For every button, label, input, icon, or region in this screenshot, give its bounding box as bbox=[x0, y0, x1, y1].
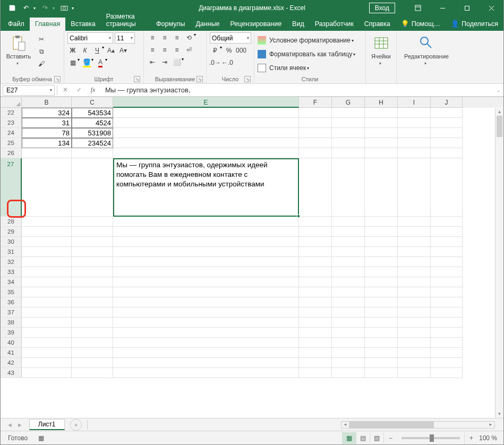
cell[interactable] bbox=[113, 247, 299, 257]
row-header[interactable]: 27 bbox=[1, 158, 22, 217]
font-size-combo[interactable]: 11▾ bbox=[115, 32, 135, 44]
row-header[interactable]: 32 bbox=[1, 257, 22, 267]
cell[interactable] bbox=[431, 227, 463, 237]
ribbon-options-icon[interactable] bbox=[406, 0, 430, 16]
formula-input[interactable] bbox=[101, 86, 494, 94]
cell[interactable] bbox=[398, 217, 431, 227]
tab-review[interactable]: Рецензирование bbox=[225, 18, 287, 31]
cell[interactable] bbox=[398, 328, 431, 338]
column-header[interactable]: F bbox=[299, 97, 332, 108]
cell[interactable] bbox=[431, 287, 463, 297]
add-sheet-button[interactable]: ＋ bbox=[70, 419, 82, 431]
cell[interactable] bbox=[332, 368, 365, 378]
zoom-value[interactable]: 100 % bbox=[478, 434, 503, 442]
row-header[interactable]: 34 bbox=[1, 277, 22, 287]
cell[interactable] bbox=[113, 267, 299, 277]
cell[interactable] bbox=[113, 257, 299, 267]
cell[interactable] bbox=[22, 247, 72, 257]
cell[interactable] bbox=[431, 138, 463, 148]
cell[interactable] bbox=[431, 237, 463, 247]
cell[interactable] bbox=[72, 148, 113, 158]
cell[interactable] bbox=[299, 297, 332, 307]
cell[interactable] bbox=[72, 287, 113, 297]
number-launcher-icon[interactable]: ↘ bbox=[244, 76, 251, 82]
cell[interactable] bbox=[22, 338, 72, 348]
macro-recorder-icon[interactable]: ▦ bbox=[38, 434, 44, 442]
decrease-decimal-button[interactable]: ←.0 bbox=[222, 57, 233, 68]
row-header[interactable]: 29 bbox=[1, 227, 22, 237]
increase-indent-button[interactable]: ⇥ bbox=[159, 57, 170, 67]
row-header[interactable]: 38 bbox=[1, 318, 22, 328]
cell[interactable] bbox=[365, 237, 398, 247]
cell[interactable] bbox=[299, 307, 332, 318]
cell[interactable] bbox=[398, 277, 431, 287]
align-left-button[interactable]: ≡ bbox=[147, 45, 158, 55]
cell[interactable] bbox=[365, 267, 398, 277]
sheet-tab[interactable]: Лист1 bbox=[29, 419, 65, 430]
cell[interactable] bbox=[299, 348, 332, 358]
column-header[interactable]: B bbox=[22, 97, 72, 108]
align-center-button[interactable]: ≡ bbox=[159, 45, 170, 55]
cell[interactable] bbox=[113, 358, 299, 368]
cell-styles-button[interactable]: Стили ячеек▾ bbox=[258, 62, 309, 74]
cell[interactable] bbox=[113, 108, 299, 118]
cell[interactable] bbox=[72, 348, 113, 358]
cell[interactable] bbox=[299, 277, 332, 287]
zoom-out-button[interactable]: − bbox=[383, 432, 397, 444]
decrease-indent-button[interactable]: ⇤ bbox=[147, 57, 158, 67]
view-page-layout-button[interactable]: ▤ bbox=[356, 432, 370, 444]
row-header[interactable]: 39 bbox=[1, 328, 22, 338]
align-bottom-button[interactable]: ≡ bbox=[172, 32, 182, 43]
horizontal-scrollbar-thumb[interactable] bbox=[349, 422, 434, 428]
row-header[interactable]: 22 bbox=[1, 108, 22, 118]
cell[interactable] bbox=[22, 158, 72, 217]
enter-formula-icon[interactable]: ✓ bbox=[75, 86, 83, 94]
column-header[interactable]: E bbox=[113, 97, 299, 108]
cell[interactable] bbox=[398, 237, 431, 247]
cell[interactable] bbox=[365, 148, 398, 158]
column-header[interactable]: H bbox=[365, 97, 398, 108]
cell[interactable] bbox=[365, 368, 398, 378]
cell[interactable] bbox=[72, 237, 113, 247]
cell[interactable] bbox=[113, 237, 299, 247]
cell[interactable] bbox=[332, 348, 365, 358]
cell[interactable] bbox=[398, 287, 431, 297]
underline-button[interactable]: Ч bbox=[92, 45, 102, 56]
column-header[interactable]: I bbox=[398, 97, 431, 108]
zoom-slider[interactable] bbox=[402, 437, 460, 439]
tab-help[interactable]: Справка bbox=[359, 18, 396, 31]
cell[interactable] bbox=[72, 328, 113, 338]
italic-button[interactable]: К bbox=[80, 45, 90, 56]
cell[interactable] bbox=[332, 108, 365, 118]
align-top-button[interactable]: ≡ bbox=[147, 32, 158, 43]
grow-font-button[interactable]: A▴ bbox=[106, 45, 116, 56]
cell[interactable] bbox=[22, 348, 72, 358]
shrink-font-button[interactable]: A▾ bbox=[118, 45, 129, 56]
bold-button[interactable]: Ж bbox=[67, 45, 78, 56]
cell[interactable] bbox=[398, 227, 431, 237]
cell[interactable] bbox=[365, 328, 398, 338]
align-right-button[interactable]: ≡ bbox=[172, 45, 182, 55]
borders-button[interactable]: ▦ bbox=[67, 57, 78, 68]
camera-icon[interactable] bbox=[60, 4, 69, 12]
insert-function-icon[interactable]: fx bbox=[89, 86, 97, 94]
cell[interactable] bbox=[299, 358, 332, 368]
cell[interactable] bbox=[332, 287, 365, 297]
cut-button[interactable]: ✂ bbox=[36, 34, 47, 45]
cell[interactable]: 78 bbox=[22, 128, 72, 138]
cell[interactable] bbox=[365, 348, 398, 358]
paste-button[interactable]: Вставить ▾ bbox=[4, 32, 33, 66]
cell[interactable] bbox=[365, 358, 398, 368]
cell[interactable] bbox=[113, 318, 299, 328]
name-box[interactable]: E27▾ bbox=[3, 85, 55, 96]
column-header[interactable]: G bbox=[332, 97, 365, 108]
cell[interactable] bbox=[365, 277, 398, 287]
row-header[interactable]: 24 bbox=[1, 128, 22, 138]
sheet-prev-icon[interactable]: ◄ bbox=[7, 422, 13, 428]
align-middle-button[interactable]: ≡ bbox=[159, 32, 170, 43]
paste-dropdown-icon[interactable]: ▾ bbox=[16, 61, 19, 66]
cell[interactable] bbox=[332, 158, 365, 217]
cell[interactable] bbox=[398, 128, 431, 138]
currency-button[interactable]: ₽ bbox=[210, 45, 220, 56]
cell[interactable] bbox=[365, 287, 398, 297]
